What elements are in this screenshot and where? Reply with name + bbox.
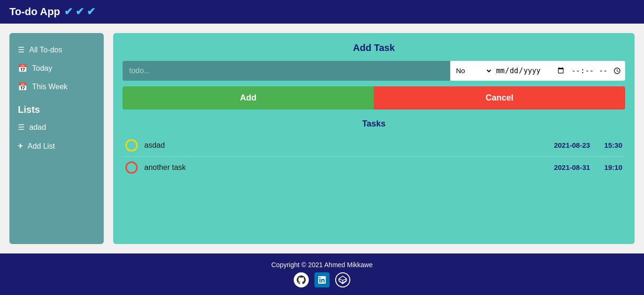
task-time: 15:30: [604, 141, 622, 149]
date-input[interactable]: [493, 61, 568, 81]
task-checkbox[interactable]: [125, 139, 138, 152]
task-name: asdad: [144, 141, 554, 150]
todo-input[interactable]: [123, 61, 450, 81]
action-buttons: Add Cancel: [123, 86, 625, 110]
plus-icon: +: [18, 141, 23, 151]
main-panel: Add Task No Low Medium High Add Cancel T…: [113, 33, 635, 244]
add-task-title: Add Task: [123, 42, 625, 53]
sidebar-label-all-todos: All To-dos: [29, 46, 62, 54]
footer-copyright: Copyright © 2021 Ahmed Mikkawe: [8, 261, 636, 269]
sidebar-label-today: Today: [32, 64, 52, 73]
header-checks: ✔ ✔ ✔: [64, 6, 95, 18]
time-input[interactable]: [568, 61, 625, 81]
calendar-icon-today: 📅: [18, 64, 27, 73]
sidebar-label-this-week: This Week: [32, 83, 67, 91]
footer-links: [8, 272, 636, 287]
add-task-form: No Low Medium High: [123, 61, 625, 81]
tasks-list: asdad 2021-08-23 15:30 another task 2021…: [123, 135, 625, 178]
sidebar-list-label-adad: adad: [29, 123, 46, 132]
add-button[interactable]: Add: [123, 86, 374, 110]
task-item: asdad 2021-08-23 15:30: [123, 135, 625, 157]
list-icon: ☰: [18, 45, 25, 54]
add-list-button[interactable]: + Add List: [9, 136, 104, 156]
add-list-label: Add List: [28, 142, 55, 151]
footer: Copyright © 2021 Ahmed Mikkawe: [0, 253, 644, 295]
sidebar-item-today[interactable]: 📅 Today: [9, 59, 104, 77]
cancel-button[interactable]: Cancel: [374, 86, 625, 110]
app-title: To-do App: [9, 6, 60, 18]
main-content: ☰ All To-dos 📅 Today 📅 This Week Lists ☰…: [0, 24, 644, 253]
task-time: 19:10: [604, 163, 622, 171]
linkedin-icon[interactable]: [314, 272, 330, 287]
task-checkbox[interactable]: [125, 161, 138, 174]
task-date: 2021-08-23: [554, 141, 590, 149]
priority-select[interactable]: No Low Medium High: [450, 61, 493, 81]
tasks-title: Tasks: [123, 119, 625, 129]
task-date: 2021-08-31: [554, 163, 590, 171]
sidebar-list-item-adad[interactable]: ☰ adad: [9, 118, 104, 136]
github-icon[interactable]: [294, 272, 309, 287]
lists-section-title: Lists: [9, 96, 104, 118]
task-item: another task 2021-08-31 19:10: [123, 157, 625, 178]
sidebar-item-all-todos[interactable]: ☰ All To-dos: [9, 41, 104, 59]
codepen-icon[interactable]: [335, 272, 350, 287]
calendar-icon-week: 📅: [18, 82, 27, 91]
list-icon-adad: ☰: [18, 123, 25, 132]
task-name: another task: [144, 163, 554, 172]
app-header: To-do App ✔ ✔ ✔: [0, 0, 644, 24]
sidebar: ☰ All To-dos 📅 Today 📅 This Week Lists ☰…: [9, 33, 104, 244]
sidebar-item-this-week[interactable]: 📅 This Week: [9, 77, 104, 96]
